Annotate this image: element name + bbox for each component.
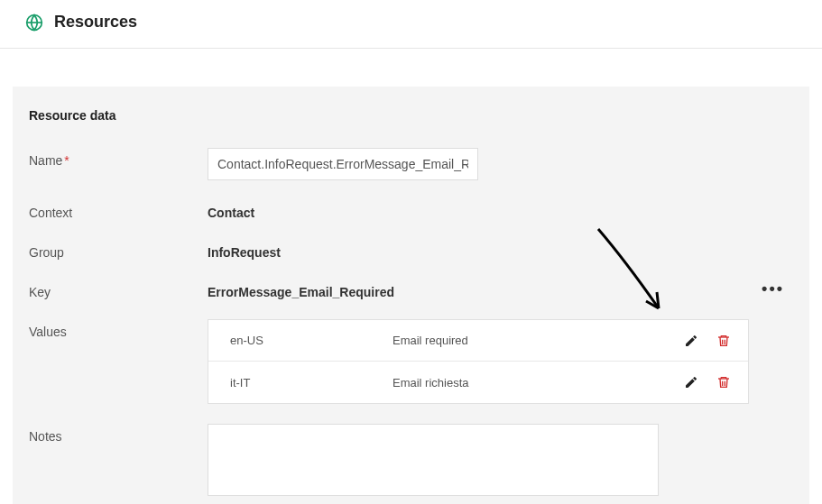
row-name: Name*	[29, 148, 793, 180]
value-cell: Email richiesta	[393, 376, 683, 389]
group-value: InfoRequest	[208, 240, 281, 260]
label-notes: Notes	[29, 424, 208, 444]
row-key: Key ErrorMessage_Email_Required	[29, 279, 793, 299]
delete-icon[interactable]	[716, 374, 732, 390]
row-actions	[683, 374, 732, 390]
name-input[interactable]	[208, 148, 478, 180]
panel-title: Resource data	[29, 108, 793, 123]
context-value: Contact	[208, 200, 254, 220]
row-notes: Notes	[29, 424, 793, 496]
resource-data-panel: Resource data Name* Context Contact Grou…	[13, 87, 809, 504]
page-header: Resources	[0, 0, 822, 49]
label-key: Key	[29, 279, 208, 299]
label-values: Values	[29, 319, 208, 339]
globe-icon	[25, 14, 43, 32]
label-context: Context	[29, 200, 208, 220]
delete-icon[interactable]	[716, 333, 732, 349]
row-group: Group InfoRequest	[29, 240, 793, 260]
key-value: ErrorMessage_Email_Required	[208, 279, 394, 299]
required-asterisk: *	[64, 153, 69, 168]
label-name: Name*	[29, 148, 208, 168]
more-menu-icon[interactable]: •••	[762, 279, 784, 298]
locale-cell: en-US	[230, 334, 393, 347]
value-cell: Email required	[393, 334, 683, 347]
locale-cell: it-IT	[230, 376, 393, 389]
row-actions	[683, 333, 732, 349]
row-context: Context Contact	[29, 200, 793, 220]
table-row: it-IT Email richiesta	[208, 362, 748, 403]
row-values: Values en-US Email required it-IT Email …	[29, 319, 793, 404]
edit-icon[interactable]	[683, 374, 699, 390]
label-group: Group	[29, 240, 208, 260]
edit-icon[interactable]	[683, 333, 699, 349]
page-title: Resources	[54, 13, 137, 32]
notes-textarea[interactable]	[208, 424, 659, 496]
values-table: en-US Email required it-IT Email richies…	[208, 319, 749, 404]
table-row: en-US Email required	[208, 320, 748, 362]
